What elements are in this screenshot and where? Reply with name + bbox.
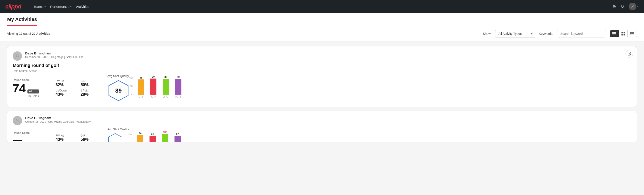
svg-rect-1 [612,32,616,33]
refresh-icon[interactable]: ↻ [620,4,624,9]
user-info: Dave Billingham December 05, 2021 · Gog … [25,51,84,61]
arg-label: ARG [163,96,169,98]
svg-rect-4 [622,32,623,34]
bar-chart: 100 94 82 106 [135,132,182,142]
hexagon-wrapper [107,133,123,142]
hexagon-svg [107,133,123,142]
svg-point-12 [630,33,631,34]
fw-hit-value: 43% [56,137,75,142]
bar-ott: 94 [137,132,143,142]
performance-chevron-icon: ▾ [70,5,72,8]
score-holes: 18 Holes [28,94,39,98]
activity-type-filter[interactable]: All Activity Types [495,30,535,38]
shot-quality-section: Avg Shot Quality 100 94 [107,128,631,142]
avg-shot-quality-label: Avg Shot Quality [107,128,129,131]
view-toggle [610,30,637,37]
svg-rect-6 [622,34,623,36]
avatar [13,51,22,61]
round-score-label: Round Score [13,78,48,82]
edit-button[interactable] [626,50,633,58]
svg-rect-3 [612,34,616,35]
stats-section: FW Hit 43% GIR 56% [56,134,100,142]
score-number: — [13,136,22,142]
logo[interactable]: clippd [5,3,21,10]
view-list-compact-button[interactable] [610,30,619,37]
bar-app: 82 [150,133,156,142]
svg-marker-17 [108,134,122,142]
bar-ott: 85 [138,76,144,94]
round-score-label: Round Score [13,131,48,134]
svg-rect-8 [631,32,634,33]
svg-rect-5 [624,32,625,34]
main-header: clippd Teams ▾ Performance ▾ Activities … [0,0,644,13]
up-down-value: 43% [56,92,75,97]
round-score-section: Round Score — [13,131,48,142]
gir-stat: GIR 56% [80,134,100,142]
avatar-chevron-icon: ▾ [637,5,639,8]
user-avatar-button[interactable]: ▾ [629,3,639,10]
avatar [629,3,636,10]
bar-arg: 89 [163,76,169,94]
bar-chart: 100 50 0 85 90 89 [136,77,183,99]
view-list-button[interactable] [628,30,637,37]
score-badge: +4 [28,90,39,94]
keywords-label: Keywords: [539,32,554,36]
fw-hit-stat: FW Hit 62% [56,80,75,87]
svg-point-14 [16,54,18,56]
user-name: Dave Billingham [25,51,84,55]
bar-putt: 89 [175,76,182,94]
nav-performance[interactable]: Performance ▾ [48,4,74,9]
svg-rect-9 [631,34,634,34]
y-label-100: 100 [129,77,133,80]
user-name: Dave Billingham [25,116,90,120]
bar-putt: 87 [174,132,181,142]
fw-hit-stat: FW Hit 43% [56,134,75,142]
hexagon-value: 89 [115,87,122,94]
activity-type-select[interactable]: All Activity Types [495,30,535,38]
gir-stat: GIR 50% [80,80,100,87]
view-grid-button[interactable] [619,30,628,37]
y-label-100: 100 [128,132,132,135]
score-number: 74 [13,82,26,94]
user-info: Dave Billingham October 16, 2021 · Gog M… [25,116,90,126]
add-icon[interactable]: ⊕ [612,4,616,9]
activity-card: Dave Billingham December 05, 2021 · Gog … [7,46,637,107]
gir-value: 50% [80,82,100,87]
one-putt-stat: 1 Putt 28% [80,89,100,97]
shot-quality-label-block: Avg Shot Quality [107,128,129,142]
up-down-stat: Up/Down 43% [56,89,75,97]
y-label-50: 50 [130,85,132,88]
one-putt-value: 28% [80,92,100,97]
activity-date: December 05, 2021 · Gog Magog Golf Club … [25,56,84,59]
viewing-count-text: Viewing 12 out of 29 Activities [7,32,50,36]
page-title-bar: My Activities [0,13,644,26]
card-metrics-row: Round Score — FW Hit 43% GIR 56% [13,128,631,142]
svg-rect-7 [624,34,625,36]
ott-label: OTT [138,96,144,98]
avg-shot-quality-label: Avg Shot Quality [107,74,130,78]
nav-activities[interactable]: Activities [74,4,91,9]
bar-arg: 106 [162,131,168,142]
svg-point-11 [630,32,631,33]
nav-teams[interactable]: Teams ▾ [32,4,48,9]
shot-quality-section: Avg Shot Quality 89 100 50 [107,74,631,102]
svg-point-13 [630,34,631,35]
teams-chevron-icon: ▾ [44,5,46,8]
hexagon-wrapper: 89 [107,80,130,102]
card-metrics-row: Round Score 74 +4 18 Holes FW Hit 62% [13,74,631,102]
header-actions: ⊕ ↻ ▾ [612,3,639,10]
page-title: My Activities [7,16,37,26]
fw-hit-value: 62% [56,82,75,87]
putt-label: PUTT [175,96,182,98]
main-nav: Teams ▾ Performance ▾ Activities [32,4,91,9]
activity-date: October 16, 2021 · Gog Magog Golf Club -… [25,120,90,124]
app-label: APP [150,96,156,98]
data-source: Data Source: Arccos [13,70,631,72]
filter-bar: Viewing 12 out of 29 Activities Show: Al… [0,26,644,42]
activities-list: Dave Billingham December 05, 2021 · Gog … [0,42,644,150]
show-label: Show: [483,32,492,36]
search-input[interactable] [557,30,606,38]
round-score-section: Round Score 74 +4 18 Holes [13,78,48,98]
svg-rect-2 [612,34,616,34]
avatar [13,116,22,126]
